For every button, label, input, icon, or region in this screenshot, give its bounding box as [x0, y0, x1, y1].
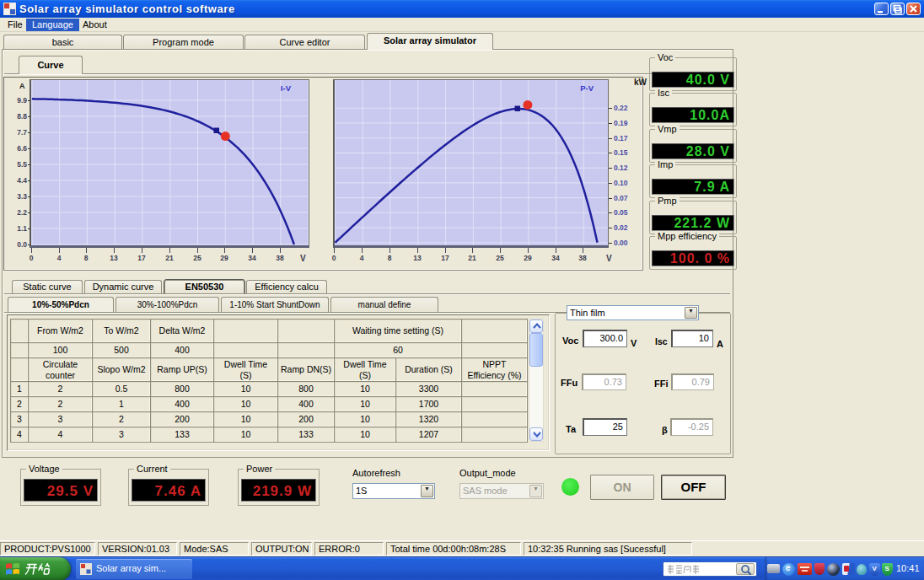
svg-text:I-V: I-V	[281, 83, 292, 93]
svg-text:P-V: P-V	[580, 83, 594, 93]
